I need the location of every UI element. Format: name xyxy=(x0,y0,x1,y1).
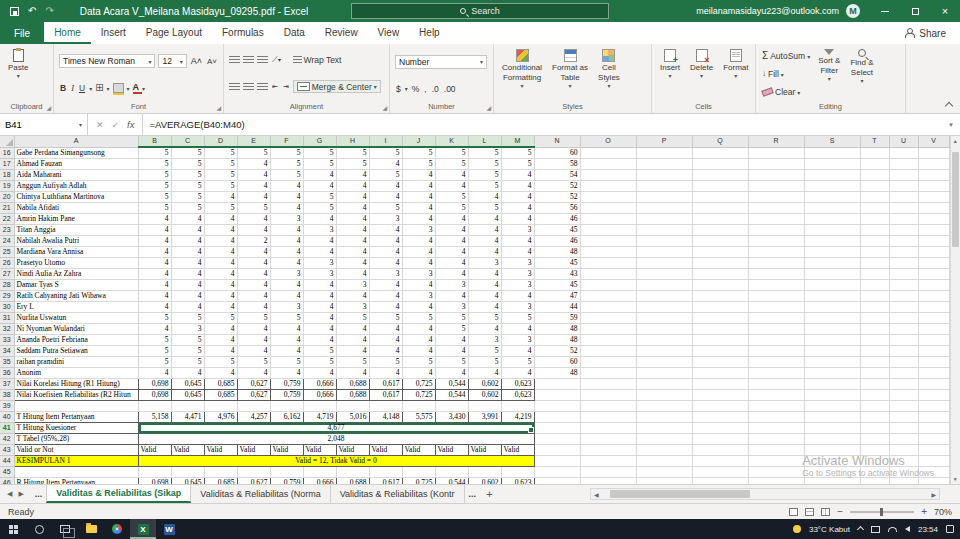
cell-T45[interactable] xyxy=(860,467,889,478)
cell-O30[interactable] xyxy=(580,302,636,313)
cell-J26[interactable]: 4 xyxy=(402,258,435,269)
cell-B33[interactable]: 5 xyxy=(138,335,171,346)
format-cells-button[interactable]: Format ▾ xyxy=(720,47,751,101)
col-header-V[interactable]: V xyxy=(918,136,949,147)
col-header-A[interactable]: A xyxy=(14,136,138,147)
cell-F39[interactable] xyxy=(270,401,303,412)
paste-dropdown-icon[interactable]: ▾ xyxy=(17,73,20,80)
sheet-tab-kontr[interactable]: Validitas & Reliabilitas (Kontr xyxy=(331,485,465,503)
cell-P27[interactable] xyxy=(636,269,692,280)
cell-N18[interactable]: 54 xyxy=(534,170,580,181)
cell-M38[interactable]: 0,623 xyxy=(501,390,534,401)
word-taskbar-button[interactable]: W xyxy=(156,519,182,539)
cell-V29[interactable] xyxy=(918,291,949,302)
cell-B20[interactable]: 5 xyxy=(138,192,171,203)
cell-G30[interactable]: 4 xyxy=(303,302,336,313)
cell-I33[interactable]: 4 xyxy=(369,335,402,346)
cell-V26[interactable] xyxy=(918,258,949,269)
cell-O28[interactable] xyxy=(580,280,636,291)
row-header-45[interactable]: 45 xyxy=(0,467,14,478)
row-header-26[interactable]: 26 xyxy=(0,258,14,269)
save-icon[interactable] xyxy=(10,7,19,16)
cell-A41[interactable]: T Hitung Kuesioner xyxy=(14,423,138,434)
row-header-37[interactable]: 37 xyxy=(0,379,14,390)
row-header-38[interactable]: 38 xyxy=(0,390,14,401)
cell-E40[interactable]: 4,257 xyxy=(237,412,270,423)
cell-P28[interactable] xyxy=(636,280,692,291)
cell-T21[interactable] xyxy=(860,203,889,214)
row-header-34[interactable]: 34 xyxy=(0,346,14,357)
cancel-formula-icon[interactable]: ✕ xyxy=(96,120,104,130)
cell-D21[interactable]: 5 xyxy=(204,203,237,214)
cell-O24[interactable] xyxy=(580,236,636,247)
cell-R21[interactable] xyxy=(748,203,804,214)
cell-S24[interactable] xyxy=(804,236,860,247)
cell-M30[interactable]: 3 xyxy=(501,302,534,313)
cell-T31[interactable] xyxy=(860,313,889,324)
cell-Q25[interactable] xyxy=(692,247,748,258)
cell-U32[interactable] xyxy=(889,324,918,335)
cell-K35[interactable]: 5 xyxy=(435,357,468,368)
cell-U20[interactable] xyxy=(889,192,918,203)
row-header-43[interactable]: 43 xyxy=(0,445,14,456)
cell-Q31[interactable] xyxy=(692,313,748,324)
cell-T20[interactable] xyxy=(860,192,889,203)
cell-S16[interactable] xyxy=(804,147,860,159)
cell-N40[interactable] xyxy=(534,412,580,423)
cell-Q42[interactable] xyxy=(692,434,748,445)
format-as-table-button[interactable]: Format as Table ▾ xyxy=(549,47,591,101)
cell-P43[interactable] xyxy=(636,445,692,456)
cell-B18[interactable]: 5 xyxy=(138,170,171,181)
cell-S44[interactable] xyxy=(804,456,860,467)
cell-G36[interactable]: 4 xyxy=(303,368,336,379)
cell-T35[interactable] xyxy=(860,357,889,368)
cell-K36[interactable]: 4 xyxy=(435,368,468,379)
cell-K29[interactable]: 4 xyxy=(435,291,468,302)
cell-S45[interactable] xyxy=(804,467,860,478)
vertical-scroll-thumb[interactable] xyxy=(952,152,959,247)
horizontal-scrollbar[interactable]: ◀ ▶ xyxy=(590,488,940,500)
cell-S25[interactable] xyxy=(804,247,860,258)
cell-O17[interactable] xyxy=(580,159,636,170)
cell-D26[interactable]: 4 xyxy=(204,258,237,269)
wrap-text-button[interactable]: Wrap Text xyxy=(292,55,343,65)
col-header-L[interactable]: L xyxy=(468,136,501,147)
cell-A43[interactable]: Valid or Not xyxy=(14,445,138,456)
cell-N35[interactable]: 60 xyxy=(534,357,580,368)
cell-R36[interactable] xyxy=(748,368,804,379)
cell-F24[interactable]: 4 xyxy=(270,236,303,247)
cell-S23[interactable] xyxy=(804,225,860,236)
cell-H22[interactable]: 4 xyxy=(336,214,369,225)
cell-J35[interactable]: 5 xyxy=(402,357,435,368)
cell-K16[interactable]: 5 xyxy=(435,147,468,159)
cell-C20[interactable]: 5 xyxy=(171,192,204,203)
cell-G40[interactable]: 4,719 xyxy=(303,412,336,423)
cell-Q27[interactable] xyxy=(692,269,748,280)
row-header-33[interactable]: 33 xyxy=(0,335,14,346)
orientation-icon[interactable]: ⟋▾ xyxy=(271,55,283,65)
cell-M36[interactable]: 4 xyxy=(501,368,534,379)
clear-button[interactable]: Clear ▾ xyxy=(761,87,811,97)
cell-O42[interactable] xyxy=(580,434,636,445)
cell-I21[interactable]: 5 xyxy=(369,203,402,214)
cell-M31[interactable]: 5 xyxy=(501,313,534,324)
cell-J33[interactable]: 4 xyxy=(402,335,435,346)
cell-M17[interactable]: 5 xyxy=(501,159,534,170)
cell-J38[interactable]: 0,725 xyxy=(402,390,435,401)
currency-dropdown-icon[interactable]: ▾ xyxy=(405,85,408,92)
cell-U31[interactable] xyxy=(889,313,918,324)
cell-P38[interactable] xyxy=(636,390,692,401)
cell-H27[interactable]: 4 xyxy=(336,269,369,280)
number-dialog-launcher-icon[interactable]: ◢ xyxy=(486,104,491,111)
cell-U37[interactable] xyxy=(889,379,918,390)
cell-H25[interactable]: 4 xyxy=(336,247,369,258)
bold-button[interactable]: B xyxy=(59,83,67,93)
cell-R43[interactable] xyxy=(748,445,804,456)
cell-O18[interactable] xyxy=(580,170,636,181)
cell-U24[interactable] xyxy=(889,236,918,247)
cell-R35[interactable] xyxy=(748,357,804,368)
cell-U42[interactable] xyxy=(889,434,918,445)
cell-L38[interactable]: 0,602 xyxy=(468,390,501,401)
cell-G32[interactable]: 4 xyxy=(303,324,336,335)
cell-E38[interactable]: 0,627 xyxy=(237,390,270,401)
